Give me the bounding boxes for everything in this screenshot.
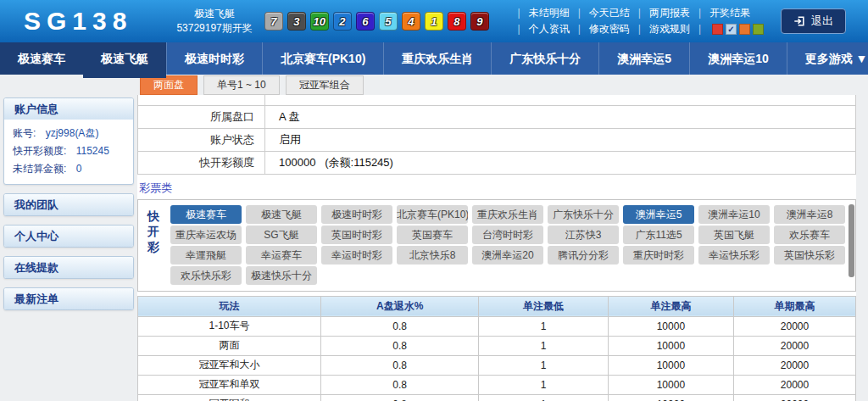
game-button[interactable]: 幸运时时彩: [321, 246, 392, 265]
limit-play-cell: 两面: [138, 336, 321, 355]
limits-column-header: A盘退水%: [320, 296, 478, 316]
limit-rebate-cell: 0.8: [320, 316, 478, 336]
panel-scrollbar-thumb[interactable]: [849, 204, 854, 277]
header-link[interactable]: 开奖结果: [690, 5, 750, 21]
game-button[interactable]: 英国时时彩: [321, 226, 392, 244]
draw-info: 极速飞艇 53729197期开奖: [176, 7, 252, 36]
limits-row: 1-10车号 0.8 1 10000 20000: [138, 316, 856, 336]
limit-play-cell: 冠亚军和单双: [138, 375, 321, 394]
lottery-ball: 2: [333, 12, 352, 31]
header-link[interactable]: 游戏规则: [630, 21, 690, 37]
lottery-ball: 10: [310, 12, 329, 31]
sidebar-menu-item[interactable]: 在线提款: [4, 257, 133, 278]
game-button[interactable]: 英国快乐彩: [774, 246, 845, 265]
game-button[interactable]: 幸运赛车: [246, 246, 317, 265]
nav-tab[interactable]: 澳洲幸运10: [689, 42, 787, 75]
limit-play-cell: 1-10车号: [138, 316, 321, 336]
game-button[interactable]: 欢乐赛车: [774, 226, 845, 244]
limit-draw-max-cell: 20000: [733, 316, 855, 336]
game-button[interactable]: 极速飞艇: [246, 205, 317, 224]
game-button[interactable]: 极速快乐十分: [246, 266, 317, 285]
sidebar-menu-item[interactable]: 最新注单: [4, 288, 133, 309]
account-row-value: 启用: [265, 128, 856, 151]
lottery-ball: 8: [448, 12, 466, 31]
account-row-label: 快开彩额度: [138, 151, 265, 174]
sidebar-menu-panel: 个人中心: [3, 225, 134, 248]
limit-min-cell: 1: [479, 394, 608, 401]
account-info-table: 所属盘口 A 盘 账户状态 启用 快开彩额度 100000 (余额:115245…: [137, 95, 856, 175]
header-link[interactable]: 两周报表: [630, 5, 690, 21]
limit-play-cell: 冠亚军和: [138, 394, 321, 401]
game-button[interactable]: 台湾时时彩: [472, 226, 543, 244]
limit-max-cell: 10000: [608, 316, 733, 336]
sidebar-section-account-info[interactable]: 账户信息: [4, 98, 133, 120]
limit-draw-max-cell: 20000: [733, 394, 855, 401]
header-link[interactable]: 未结明细: [509, 5, 570, 21]
theme-color-swatch[interactable]: [712, 24, 723, 35]
nav-tab[interactable]: 极速时时彩: [166, 42, 262, 75]
game-button[interactable]: 澳洲幸运5: [623, 205, 694, 224]
board-subtab[interactable]: 单号1 ~ 10: [203, 75, 280, 95]
header-link[interactable]: 今天已结: [570, 5, 630, 21]
sidebar-menu-panel: 最新注单: [3, 287, 134, 310]
game-button[interactable]: 英国飞艇: [698, 226, 770, 244]
game-button[interactable]: 澳洲幸运10: [698, 205, 770, 224]
limit-rebate-cell: 0.8: [320, 336, 478, 355]
game-button[interactable]: 幸運飛艇: [170, 246, 242, 265]
header-link[interactable]: 个人资讯: [509, 21, 570, 37]
lottery-ball: 7: [264, 12, 283, 31]
sidebar-menu-item[interactable]: 我的团队: [4, 194, 133, 215]
limits-column-header: 单注最高: [608, 296, 733, 316]
account-row-value: A 盘: [265, 105, 856, 128]
draw-issue: 53729197期开奖: [176, 21, 252, 36]
account-field-label: 快开彩额度:: [13, 145, 66, 157]
limit-draw-max-cell: 20000: [733, 355, 855, 375]
header-link[interactable]: 修改密码: [570, 21, 630, 37]
game-button[interactable]: 英国赛车: [397, 226, 468, 244]
lottery-ball: 9: [470, 12, 489, 31]
account-field-value: 115245: [76, 145, 109, 157]
game-button[interactable]: SG飞艇: [246, 226, 317, 244]
limit-min-cell: 1: [479, 355, 608, 375]
board-subtab[interactable]: 冠亚军组合: [286, 75, 364, 95]
theme-color-swatch[interactable]: ✓: [726, 24, 737, 35]
nav-tabs: 极速赛车 极速飞艇 极速时时彩 北京赛车(PK10) 重庆欢乐生肖 广东快乐十分…: [0, 42, 868, 75]
nav-tab[interactable]: 广东快乐十分: [491, 42, 598, 75]
account-row-label: 所属盘口: [138, 105, 265, 128]
theme-color-swatch[interactable]: [739, 24, 750, 35]
nav-tab[interactable]: 澳洲幸运5: [598, 42, 689, 75]
nav-tab[interactable]: 极速赛车: [0, 42, 83, 75]
game-button[interactable]: 极速时时彩: [321, 205, 392, 224]
sidebar-menu-item[interactable]: 个人中心: [4, 226, 133, 247]
lottery-section-label: 彩票类: [139, 181, 854, 196]
clipped-table-row: [138, 95, 856, 105]
game-button[interactable]: 欢乐快乐彩: [170, 266, 242, 285]
limits-header-row: 玩法A盘退水%单注最低单注最高单期最高: [138, 296, 856, 316]
game-button[interactable]: 重庆幸运农场: [170, 226, 242, 244]
nav-tab[interactable]: 更多游戏 ▼: [787, 42, 868, 75]
game-button[interactable]: 极速赛车: [170, 205, 242, 224]
board-subtab[interactable]: 两面盘: [140, 75, 198, 95]
sidebar-menu-panel: 我的团队: [3, 193, 134, 216]
game-button[interactable]: 澳洲幸运20: [472, 246, 543, 265]
limit-max-cell: 10000: [608, 375, 733, 394]
games-row-3: 幸運飛艇幸运赛车幸运时时彩北京快乐8澳洲幸运20腾讯分分彩重庆时时彩幸运快乐彩英…: [170, 246, 845, 265]
game-button[interactable]: 广东快乐十分: [548, 205, 619, 224]
game-button[interactable]: 重庆时时彩: [623, 246, 694, 265]
game-button[interactable]: 北京快乐8: [397, 246, 468, 265]
logout-button[interactable]: 退出: [781, 8, 846, 34]
theme-color-swatch[interactable]: [753, 24, 764, 35]
game-button[interactable]: 重庆欢乐生肖: [472, 205, 543, 224]
game-button[interactable]: 澳洲幸运8: [774, 205, 845, 224]
lottery-games-rows: 极速赛车极速飞艇极速时时彩北京赛车(PK10)重庆欢乐生肖广东快乐十分澳洲幸运5…: [170, 203, 845, 287]
board-subtabs: 两面盘 单号1 ~ 10 冠亚军组合: [140, 75, 364, 95]
nav-tab[interactable]: 北京赛车(PK10): [262, 42, 383, 75]
game-button[interactable]: 江苏快3: [548, 226, 619, 244]
game-button[interactable]: 广东11选5: [623, 226, 694, 244]
nav-tab[interactable]: 重庆欢乐生肖: [383, 42, 491, 75]
nav-tab[interactable]: 极速飞艇: [83, 42, 166, 78]
game-button[interactable]: 幸运快乐彩: [698, 246, 770, 265]
game-button[interactable]: 腾讯分分彩: [548, 246, 619, 265]
header-links-row1: 未结明细今天已结两周报表开奖结果: [509, 5, 765, 21]
game-button[interactable]: 北京赛车(PK10): [397, 205, 468, 224]
